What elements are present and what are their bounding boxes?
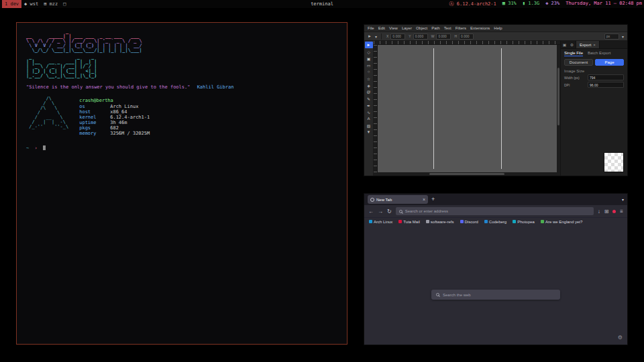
box3d-tool-icon[interactable]: ◈ xyxy=(365,82,373,88)
new-tab-button[interactable]: + xyxy=(431,196,435,202)
menu-filters[interactable]: Filters xyxy=(455,26,466,30)
export-preview-thumbnail xyxy=(604,152,624,172)
browser-tab-bar: New Tab × + ▾ xyxy=(364,194,627,205)
menu-icon[interactable]: ≡ xyxy=(620,208,623,215)
scrollbar-thumb[interactable] xyxy=(429,173,504,175)
bookmark-arch-linux[interactable]: Arch Linux xyxy=(369,220,392,224)
web-search-box[interactable] xyxy=(431,290,560,300)
fetch-row-memory: memory3256M / 32025M xyxy=(79,131,150,136)
personalize-gear-icon[interactable]: ⚙ xyxy=(618,335,623,341)
reload-icon[interactable]: ↻ xyxy=(387,208,392,215)
text-tool-icon[interactable]: A xyxy=(365,115,373,122)
fetch-info: crash@bertha osArch Linux hostx86_64 ker… xyxy=(79,97,150,136)
inkscape-window: File Edit View Layer Object Path Text Fi… xyxy=(364,24,628,176)
search-icon xyxy=(399,210,402,213)
terminal-window[interactable]: _ __ _____| | ___ ___ _ __ ___ ___ \ \ /… xyxy=(16,22,347,345)
bookmark-tuta-mail[interactable]: Tuta Mail xyxy=(398,220,419,224)
dpi-input[interactable]: 96.00 xyxy=(588,82,624,88)
width-field-row: Width (px) 794 xyxy=(561,74,627,81)
status-volume: ◈ 23% xyxy=(545,1,559,7)
favicon xyxy=(513,220,516,223)
menu-path[interactable]: Path xyxy=(431,26,439,30)
favicon xyxy=(426,220,429,223)
active-tab[interactable]: New Tab × xyxy=(368,195,428,204)
h-field[interactable]: 0.000 xyxy=(459,34,474,40)
pen-tool-icon[interactable]: ✒ xyxy=(365,102,373,109)
extensions-icon[interactable]: ⊞ xyxy=(604,208,609,215)
inkscape-canvas[interactable] xyxy=(378,45,557,172)
globe-icon xyxy=(370,198,374,202)
calligraphy-tool-icon[interactable]: ∿ xyxy=(365,109,373,115)
page-button[interactable]: Page xyxy=(595,59,624,66)
workspace-tag-3[interactable]: ⊞ mzz xyxy=(41,0,60,8)
dropper-tool-icon[interactable]: ▼ xyxy=(365,129,373,135)
node-tool-icon[interactable]: ◇ xyxy=(365,48,373,55)
recording-indicator-icon[interactable] xyxy=(612,210,616,213)
units-select[interactable]: px xyxy=(604,34,619,40)
bookmark-photopea[interactable]: Photopea xyxy=(513,220,535,224)
url-input[interactable] xyxy=(405,209,590,213)
inkscape-tool-controls: ► ▾ X 0.000 Y 0.000 W 0.000 H 0.000 px ▾ xyxy=(364,32,627,41)
gradient-tool-icon[interactable]: ▧ xyxy=(365,122,373,129)
fetch-row-host: hostx86_64 xyxy=(79,109,150,115)
forward-icon[interactable]: → xyxy=(378,208,383,215)
back-icon[interactable]: ← xyxy=(368,208,374,215)
bookmarks-bar: Arch Linux Tuta Mail software-refs Disco… xyxy=(364,217,627,225)
w-field[interactable]: 0.000 xyxy=(436,34,451,40)
width-input[interactable]: 794 xyxy=(588,74,624,80)
downloads-icon[interactable]: ↓ xyxy=(598,208,600,215)
export-tab[interactable]: Export × xyxy=(576,41,600,48)
dock-settings-icon[interactable]: ⚙ xyxy=(568,42,576,47)
workspace-tag-4[interactable]: □ xyxy=(60,0,68,8)
workspace-tag-2[interactable]: ◆ wst xyxy=(21,0,41,8)
bookmark-codeberg[interactable]: Codeberg xyxy=(484,220,506,224)
bookmark-are-we-england-yet[interactable]: Are we England yet? xyxy=(541,220,582,224)
dock-document-icon[interactable]: ▣ xyxy=(561,42,568,47)
menu-text[interactable]: Text xyxy=(444,26,451,30)
spiral-tool-icon[interactable]: @ xyxy=(365,88,373,95)
workspace-tag-1[interactable]: 1 dev xyxy=(2,0,21,8)
web-search-input[interactable] xyxy=(443,293,555,297)
status-cpu: ▦ 31% xyxy=(502,1,517,7)
y-field-label: Y xyxy=(409,34,411,38)
search-icon xyxy=(436,293,439,296)
menu-layer[interactable]: Layer xyxy=(402,26,412,30)
bookmark-discord[interactable]: Discord xyxy=(460,220,478,224)
status-kernel: Ⓐ 6.12.4-arch2-1 xyxy=(449,1,496,7)
canvas-vertical-scrollbar[interactable] xyxy=(557,45,560,172)
scrollbar-thumb[interactable] xyxy=(557,68,559,125)
favicon xyxy=(398,220,402,223)
list-tabs-icon[interactable]: ▾ xyxy=(622,197,624,202)
close-icon[interactable]: × xyxy=(593,43,596,47)
dropdown-caret-icon[interactable]: ▾ xyxy=(374,34,378,39)
canvas-horizontal-scrollbar[interactable] xyxy=(374,172,560,176)
document-button[interactable]: Document xyxy=(564,59,593,66)
star-tool-icon[interactable]: ☆ xyxy=(365,75,373,82)
close-tab-icon[interactable]: × xyxy=(423,197,425,202)
menu-view[interactable]: View xyxy=(389,26,398,30)
pencil-tool-icon[interactable]: ✎ xyxy=(365,95,373,102)
terminal-cursor xyxy=(43,145,46,150)
rectangle-tool-icon[interactable]: ▭ xyxy=(365,62,373,68)
shell-prompt[interactable]: ~ › xyxy=(26,145,337,151)
tab-title: New Tab xyxy=(376,198,392,202)
menu-help[interactable]: Help xyxy=(494,26,502,30)
url-bar[interactable] xyxy=(396,207,594,215)
fetch-row-pkgs: pkgs682 xyxy=(79,125,150,131)
bookmark-software-refs[interactable]: software-refs xyxy=(426,220,454,224)
selection-mode-icon[interactable]: ► xyxy=(367,34,372,38)
status-bar: 1 dev ◆ wst ⊞ mzz □ terminal Ⓐ 6.12.4-ar… xyxy=(0,0,644,8)
menu-edit[interactable]: Edit xyxy=(378,26,385,30)
menu-object[interactable]: Object xyxy=(416,26,427,30)
single-file-mode[interactable]: Single File xyxy=(564,51,583,56)
shape-builder-tool-icon[interactable]: ▣ xyxy=(365,55,373,62)
selector-tool-icon[interactable]: ► xyxy=(365,42,373,48)
toolbar-options-icon[interactable]: ▾ xyxy=(621,34,625,39)
x-field[interactable]: 0.000 xyxy=(390,34,405,40)
menu-extensions[interactable]: Extensions xyxy=(470,26,490,30)
y-field[interactable]: 0.000 xyxy=(413,34,428,40)
menu-file[interactable]: File xyxy=(368,26,374,30)
batch-export-mode[interactable]: Batch Export xyxy=(588,51,610,56)
ellipse-tool-icon[interactable]: ○ xyxy=(365,68,373,75)
browser-nav-bar: ← → ↻ ↓ ⊞ ≡ xyxy=(364,205,627,217)
